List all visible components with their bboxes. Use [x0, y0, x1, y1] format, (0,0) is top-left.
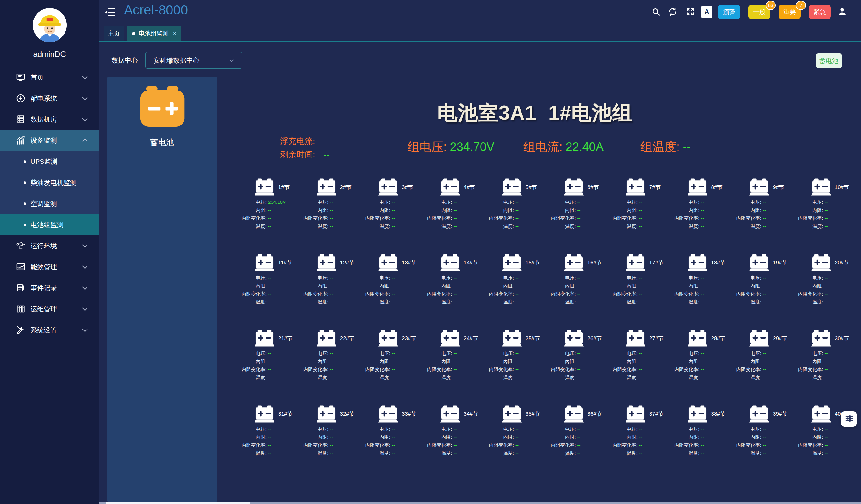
battery-cell-30#节[interactable]: 30#节电压:--内阻:--内阻变化率:--温度:--: [791, 326, 853, 402]
battery-cell-8#节[interactable]: 8#节电压:--内阻:--内阻变化率:--温度:--: [668, 174, 729, 250]
cell-field-row: 内阻变化率:--: [791, 441, 853, 449]
battery-icon: [317, 178, 337, 196]
datacenter-select[interactable]: 安科瑞数据中心: [146, 52, 242, 69]
battery-cell-17#节[interactable]: 17#节电压:--内阻:--内阻变化率:--温度:--: [605, 250, 668, 326]
battery-cell-23#节[interactable]: 23#节电压:--内阻:--内阻变化率:--温度:--: [358, 326, 420, 402]
battery-cell-20#节[interactable]: 20#节电压:--内阻:--内阻变化率:--温度:--: [791, 250, 853, 326]
alarm-button-general[interactable]: 一般63: [748, 5, 770, 19]
battery-cell-10#节[interactable]: 10#节电压:--内阻:--内阻变化率:--温度:--: [791, 174, 853, 250]
cell-field-value: --: [516, 298, 519, 306]
battery-cell-22#节[interactable]: 22#节电压:--内阻:--内阻变化率:--温度:--: [297, 326, 358, 402]
device-panel-label: 蓄电池: [107, 137, 217, 148]
sidebar-subitem-diesel-generator-monitor[interactable]: 柴油发电机监测: [0, 172, 99, 193]
battery-cell-1#节[interactable]: 1#节电压:234.10V内阻:--内阻变化率:--温度:--: [234, 174, 297, 250]
menu-fold-icon[interactable]: [104, 6, 116, 18]
battery-cell-18#节[interactable]: 18#节电压:--内阻:--内阻变化率:--温度:--: [668, 250, 729, 326]
battery-cell-28#节[interactable]: 28#节电压:--内阻:--内阻变化率:--温度:--: [668, 326, 729, 402]
battery-cell-16#节[interactable]: 16#节电压:--内阻:--内阻变化率:--温度:--: [544, 250, 606, 326]
filter-settings-button[interactable]: [841, 411, 857, 426]
sidebar-item-power-distribution[interactable]: 配电系统: [0, 88, 99, 109]
cell-field-value: --: [639, 358, 642, 366]
sidebar-item-ops[interactable]: 运维管理: [0, 298, 99, 320]
cell-field-label: 内阻:: [605, 433, 638, 441]
battery-cell-38#节[interactable]: 38#节电压:--内阻:--内阻变化率:--温度:--: [668, 402, 729, 477]
cell-field-value: --: [516, 349, 519, 358]
battery-cell-14#节[interactable]: 14#节电压:--内阻:--内阻变化率:--温度:--: [420, 250, 482, 326]
battery-cell-26#节[interactable]: 26#节电压:--内阻:--内阻变化率:--温度:--: [544, 326, 606, 402]
sidebar-item-energy[interactable]: 能效管理: [0, 256, 99, 277]
cell-field-value: --: [454, 206, 457, 214]
battery-cell-35#节[interactable]: 35#节电压:--内阻:--内阻变化率:--温度:--: [482, 402, 544, 477]
battery-cell-6#节[interactable]: 6#节电压:--内阻:--内阻变化率:--温度:--: [544, 174, 606, 250]
sidebar-item-home[interactable]: 首页: [0, 67, 99, 88]
fullscreen-icon[interactable]: [686, 7, 695, 16]
battery-cell-9#节[interactable]: 9#节电压:--内阻:--内阻变化率:--温度:--: [729, 174, 791, 250]
cell-field-label: 内阻变化率:: [358, 290, 390, 298]
battery-cell-31#节[interactable]: 31#节电压:--内阻:--内阻变化率:--温度:--: [234, 402, 297, 477]
alarm-button-urgent[interactable]: 紧急: [809, 5, 831, 19]
search-icon[interactable]: [652, 7, 660, 16]
battery-cell-11#节[interactable]: 11#节电压:--内阻:--内阻变化率:--温度:--: [234, 250, 297, 326]
sidebar-item-device-monitor[interactable]: 设备监测: [0, 130, 99, 151]
avatar[interactable]: [33, 8, 67, 42]
cell-field-value: --: [516, 282, 519, 290]
horizontal-scrollbar[interactable]: [99, 502, 861, 504]
battery-cell-24#节[interactable]: 24#节电压:--内阻:--内阻变化率:--温度:--: [420, 326, 482, 402]
tab-battery-monitor[interactable]: 电池组监测 ×: [127, 26, 181, 41]
battery-cell-25#节[interactable]: 25#节电压:--内阻:--内阻变化率:--温度:--: [482, 326, 544, 402]
scrollbar-thumb[interactable]: [106, 502, 249, 504]
alarm-button-important[interactable]: 重要7: [779, 5, 801, 19]
battery-cell-12#节[interactable]: 12#节电压:--内阻:--内阻变化率:--温度:--: [297, 250, 358, 326]
battery-cell-13#节[interactable]: 13#节电压:--内阻:--内阻变化率:--温度:--: [358, 250, 420, 326]
battery-cell-27#节[interactable]: 27#节电压:--内阻:--内阻变化率:--温度:--: [605, 326, 668, 402]
cell-field-label: 内阻变化率:: [297, 441, 329, 449]
battery-device-icon[interactable]: [138, 84, 186, 131]
battery-cell-4#节[interactable]: 4#节电压:--内阻:--内阻变化率:--温度:--: [420, 174, 482, 250]
sidebar-item-settings[interactable]: 系统设置: [0, 320, 99, 340]
cell-field-value: --: [701, 433, 704, 441]
battery-cell-39#节[interactable]: 39#节电压:--内阻:--内阻变化率:--温度:--: [729, 402, 791, 477]
battery-cell-3#节[interactable]: 3#节电压:--内阻:--内阻变化率:--温度:--: [358, 174, 420, 250]
battery-cell-19#节[interactable]: 19#节电压:--内阻:--内阻变化率:--温度:--: [729, 250, 791, 326]
alarm-button-forewarn[interactable]: 预警: [718, 5, 740, 19]
cell-field-row: 内阻变化率:--: [234, 290, 297, 298]
cell-field-label: 内阻变化率:: [482, 290, 514, 298]
battery-cell-29#节[interactable]: 29#节电压:--内阻:--内阻变化率:--温度:--: [729, 326, 791, 402]
battery-grid: 1#节电压:234.10V内阻:--内阻变化率:--温度:--2#节电压:--内…: [234, 174, 856, 477]
sidebar-item-environment[interactable]: 运行环境: [0, 235, 99, 256]
refresh-icon[interactable]: [668, 7, 677, 16]
sidebar-subitem-ups-monitor[interactable]: UPS监测: [0, 151, 99, 172]
cell-field-label: 温度:: [605, 449, 638, 457]
tab-home-label: 主页: [108, 30, 120, 38]
battery-cell-7#节[interactable]: 7#节电压:--内阻:--内阻变化率:--温度:--: [605, 174, 668, 250]
battery-cell-21#节[interactable]: 21#节电压:--内阻:--内阻变化率:--温度:--: [234, 326, 297, 402]
cell-field-value: --: [392, 298, 395, 306]
chevron-down-icon: [82, 116, 88, 121]
bullet-dot-icon: [24, 160, 26, 163]
battery-cell-36#节[interactable]: 36#节电压:--内阻:--内阻变化率:--温度:--: [544, 402, 606, 477]
battery-cell-34#节[interactable]: 34#节电压:--内阻:--内阻变化率:--温度:--: [420, 402, 482, 477]
cell-name: 37#节: [649, 410, 664, 418]
cell-field-label: 温度:: [791, 374, 823, 382]
cell-header: 15#节: [482, 254, 544, 272]
battery-cell-2#节[interactable]: 2#节电压:--内阻:--内阻变化率:--温度:--: [297, 174, 358, 250]
user-icon[interactable]: [837, 6, 847, 17]
battery-cell-33#节[interactable]: 33#节电压:--内阻:--内阻变化率:--温度:--: [358, 402, 420, 477]
battery-cell-15#节[interactable]: 15#节电压:--内阻:--内阻变化率:--温度:--: [482, 250, 544, 326]
sidebar-subitem-label: 电池组监测: [30, 214, 64, 235]
battery-cell-5#节[interactable]: 5#节电压:--内阻:--内阻变化率:--温度:--: [482, 174, 544, 250]
cell-field-row: 内阻变化率:--: [482, 441, 544, 449]
cell-field-value: --: [763, 374, 766, 382]
close-icon[interactable]: ×: [173, 30, 176, 37]
sidebar-subitem-aircon-monitor[interactable]: 空调监测: [0, 193, 99, 214]
cell-field-row: 温度:--: [358, 449, 420, 457]
battery-icon: [502, 405, 522, 423]
sidebar-item-events[interactable]: 事件记录: [0, 277, 99, 298]
sidebar-item-data-room[interactable]: 数据机房: [0, 109, 99, 130]
battery-cell-37#节[interactable]: 37#节电压:--内阻:--内阻变化率:--温度:--: [605, 402, 668, 477]
sidebar-subitem-battery-monitor[interactable]: 电池组监测: [0, 214, 99, 235]
battery-type-button[interactable]: 蓄电池: [816, 54, 842, 68]
battery-cell-32#节[interactable]: 32#节电压:--内阻:--内阻变化率:--温度:--: [297, 402, 358, 477]
translate-icon[interactable]: A文: [701, 6, 712, 18]
tab-home[interactable]: 主页: [104, 26, 124, 41]
